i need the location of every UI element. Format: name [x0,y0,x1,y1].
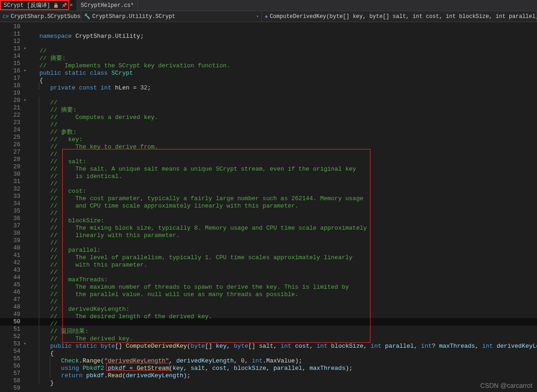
code-area[interactable]: namespace CryptSharp.Utility; // // 摘要: … [29,22,537,392]
line-number: 38 [0,230,29,237]
line-number: 45 [0,281,29,289]
context-bar: C# CryptSharp.SCryptSubse ▾ 🔧 CryptSharp… [0,11,537,22]
code-line[interactable]: // and CPU time scale approximately line… [29,200,537,208]
code-line[interactable] [29,385,537,392]
line-number: 43 [0,267,29,274]
context-member[interactable]: ◈ ComputeDerivedKey(byte[] key, byte[] s… [262,11,537,22]
code-line[interactable]: // The key to derive from. [29,141,537,148]
line-number: 21 [0,104,29,112]
fold-toggle-icon[interactable]: ▾ [22,340,28,348]
line-number: 12 [0,38,29,45]
close-icon[interactable]: × [70,2,73,9]
code-line[interactable]: namespace CryptSharp.Utility; [29,30,537,38]
line-number: 51 [0,326,29,333]
code-line[interactable]: // [29,97,537,104]
line-number: 36 [0,215,29,222]
fold-toggle-icon[interactable]: ▾ [22,97,28,104]
context-label: CryptSharp.Utility.SCrypt [92,13,175,20]
line-number: 22 [0,112,29,119]
line-number: 30 [0,171,29,178]
line-number: 37 [0,222,29,230]
code-line[interactable]: // The derived key. [29,333,537,340]
tab-label: SCrypt [反编译] [4,1,50,9]
tab-scrypthelper[interactable]: SCryptHelper.cs* [77,0,138,11]
code-line[interactable]: // cost: [29,185,537,193]
code-line[interactable]: // derivedKeyLength: [29,303,537,311]
line-number: 50 [0,318,29,326]
line-number-gutter: 10111213▾141516▾17181920▾212223242526272… [0,22,29,392]
code-editor[interactable]: 10111213▾141516▾17181920▾212223242526272… [0,22,537,392]
code-line[interactable] [29,23,537,30]
code-line[interactable]: // key: [29,134,537,141]
line-number: 11 [0,30,29,38]
fold-toggle-icon[interactable]: ▾ [22,45,28,53]
line-number: 47 [0,296,29,303]
code-line[interactable]: // the parallel value. null will use as … [29,289,537,296]
line-number: 41 [0,252,29,259]
wrench-icon: 🔧 [84,13,90,19]
line-number: 10 [0,23,29,30]
code-line[interactable]: // parallel: [29,244,537,252]
line-number: 49 [0,311,29,318]
line-number: 27 [0,148,29,156]
line-number: 23 [0,119,29,126]
line-number: 19 [0,89,29,97]
code-line[interactable]: // maxThreads: [29,274,537,281]
line-number: 57 [0,370,29,377]
line-number: 52 [0,333,29,340]
line-number: 18 [0,82,29,89]
code-line[interactable]: // 摘要: [29,53,537,60]
fold-toggle-icon[interactable]: ▾ [22,67,28,75]
code-line[interactable]: // 参数: [29,126,537,134]
code-line[interactable]: // The maximum number of threads to spaw… [29,281,537,289]
line-number: 46 [0,289,29,296]
code-line[interactable]: private const int hLen = 32; [29,82,537,89]
line-number: 33 [0,193,29,200]
line-number: 58 [0,377,29,385]
line-number: 35 [0,208,29,215]
code-line[interactable]: public static byte[] ComputeDerivedKey(b… [29,340,537,348]
line-number: 59 [0,385,29,392]
line-number: 31 [0,178,29,185]
line-number: 32 [0,185,29,193]
line-number: 28 [0,156,29,163]
pin-icon: 📌 [61,3,67,8]
code-line[interactable]: // The desired length of the derived key… [29,311,537,318]
code-line[interactable]: // The salt. A unique salt means a uniqu… [29,163,537,171]
context-namespace[interactable]: C# CryptSharp.SCryptSubse ▾ [0,11,81,22]
line-number: 34 [0,200,29,208]
line-number: 14 [0,53,29,60]
code-line[interactable]: // The mixing block size, typically 8. M… [29,222,537,230]
method-icon: ◈ [265,13,268,19]
line-number: 55 [0,355,29,362]
line-number: 24 [0,126,29,134]
csharp-icon: C# [3,14,9,19]
code-line[interactable]: // The level of parallelism, typically 1… [29,252,537,259]
line-number: 48 [0,303,29,311]
code-line[interactable]: // blockSize: [29,215,537,222]
line-number: 40 [0,244,29,252]
code-line[interactable]: // 摘要: [29,104,537,112]
code-line[interactable]: // The cost parameter, typically a fairl… [29,193,537,200]
line-number: 54 [0,348,29,355]
code-line[interactable]: Check.Range("derivedKeyLength", derivedK… [29,355,537,362]
lock-icon: 🔒 [53,3,59,8]
context-class[interactable]: 🔧 CryptSharp.Utility.SCrypt ▾ [81,11,262,22]
line-number: 44 [0,274,29,281]
code-line[interactable]: // 返回结果: [29,326,537,333]
code-line[interactable]: // salt: [29,156,537,163]
code-line[interactable]: // Computes a derived key. [29,112,537,119]
code-line[interactable]: // Implements the SCrypt key derivation … [29,60,537,67]
chevron-down-icon: ▾ [257,14,259,19]
code-line[interactable]: public static class SCrypt [29,67,537,75]
code-line[interactable]: using Pbkdf2 pbkdf = GetStream(key, salt… [29,362,537,370]
code-line[interactable]: // [29,45,537,53]
line-number: 15 [0,60,29,67]
tab-bar: SCrypt [反编译] 🔒 📌 × SCryptHelper.cs* [0,0,537,11]
line-number: 56 [0,362,29,370]
tab-scrypt-decompiled[interactable]: SCrypt [反编译] 🔒 📌 × [0,0,77,11]
tab-label: SCryptHelper.cs* [81,2,134,9]
context-label: CryptSharp.SCryptSubse [11,13,81,20]
line-number: 29 [0,163,29,171]
line-number: 42 [0,259,29,267]
